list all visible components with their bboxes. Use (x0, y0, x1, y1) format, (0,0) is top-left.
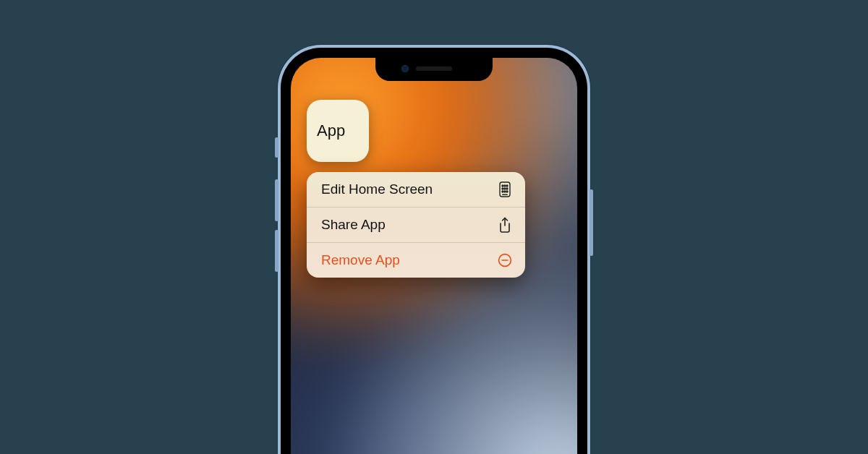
silence-switch (275, 137, 278, 158)
volume-up-button (275, 179, 278, 221)
phone-bezel: App Edit Home Screen (281, 48, 587, 454)
side-power-button (590, 189, 593, 256)
volume-down-button (275, 230, 278, 272)
app-icon-label: App (317, 121, 345, 140)
apps-grid-icon (498, 181, 512, 197)
iphone-device-frame: App Edit Home Screen (278, 45, 590, 454)
menu-item-label: Remove App (321, 252, 498, 268)
earpiece-speaker (416, 67, 452, 71)
svg-point-6 (506, 188, 508, 189)
svg-point-9 (506, 191, 508, 192)
svg-point-8 (504, 191, 506, 192)
svg-point-1 (502, 185, 503, 187)
menu-item-label: Share App (321, 217, 498, 233)
menu-item-label: Edit Home Screen (321, 181, 498, 197)
front-camera (401, 65, 409, 72)
svg-rect-10 (502, 194, 508, 196)
svg-point-7 (502, 191, 503, 192)
svg-point-4 (502, 188, 503, 189)
svg-point-5 (504, 188, 506, 189)
app-context-menu: Edit Home Screen Share App (307, 172, 525, 278)
menu-item-remove-app[interactable]: Remove App (307, 242, 525, 278)
share-icon (498, 217, 512, 233)
menu-item-share-app[interactable]: Share App (307, 207, 525, 242)
menu-item-edit-home-screen[interactable]: Edit Home Screen (307, 172, 525, 207)
svg-point-2 (504, 185, 506, 187)
svg-point-3 (506, 185, 508, 187)
app-icon[interactable]: App (307, 100, 369, 162)
remove-minus-circle-icon (498, 252, 512, 268)
display-notch (375, 58, 493, 81)
phone-screen: App Edit Home Screen (291, 58, 577, 454)
